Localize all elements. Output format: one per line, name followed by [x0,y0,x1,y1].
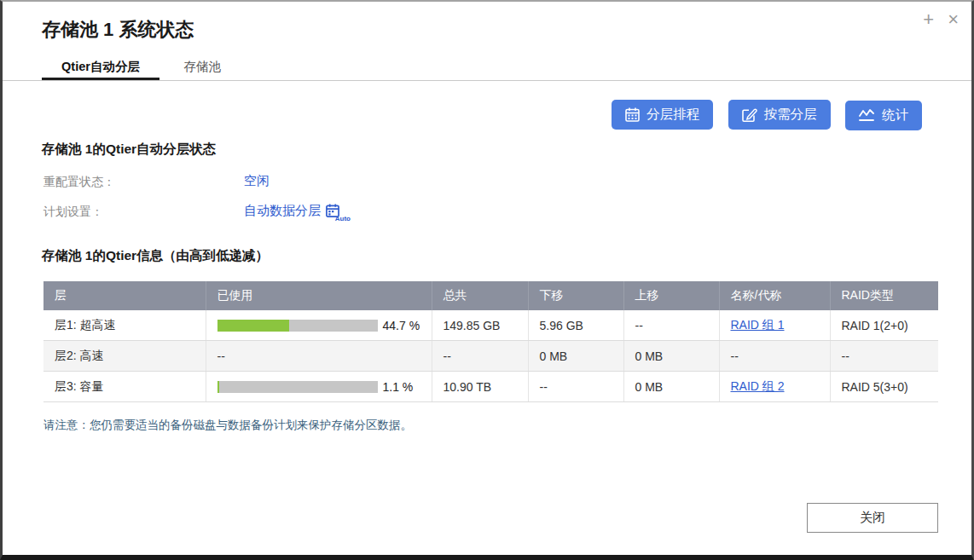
auto-schedule-calendar-icon[interactable]: Auto [326,204,339,220]
tiering-on-demand-label: 按需分层 [764,106,817,124]
cell-tier: 层2: 高速 [43,341,206,372]
col-name-alias: 名称/代称 [719,281,830,310]
cell-total: 149.85 GB [432,310,528,341]
schedule-setting-value: 自动数据分层 Auto [244,203,339,220]
cell-move-up: 0 MB [623,372,719,402]
title-bar: 存储池 1 系统状态 + × [3,2,971,53]
cell-used: 1.1 % [206,372,432,402]
maximize-icon[interactable]: + [919,9,938,31]
usage-bar [217,320,378,332]
usage-bar-fill [217,320,289,332]
qtier-info-section-title: 存储池 1的Qtier信息（由高到低递减） [42,247,269,265]
tab-bar: Qtier自动分层 存储池 [3,58,971,81]
cell-raid-type: -- [830,341,938,372]
cell-name-alias: -- [719,341,830,372]
backup-note: 请注意：您仍需要适当的备份磁盘与数据备份计划来保护存储分区数据。 [43,418,412,433]
usage-bar [217,381,378,393]
tiering-schedule-label: 分层排程 [646,106,699,124]
cell-name-alias: RAID 组 1 [719,310,830,341]
tiering-on-demand-button[interactable]: 按需分层 [728,100,831,130]
schedule-setting-label: 计划设置： [43,205,103,220]
calendar-icon [625,107,640,122]
chart-icon [859,108,875,122]
cell-move-down: 0 MB [528,341,623,372]
raid-group-link[interactable]: RAID 组 1 [731,318,785,332]
cell-used: -- [206,341,432,372]
close-icon[interactable]: × [943,9,963,31]
cell-raid-type: RAID 1(2+0) [830,310,938,341]
qtier-table-body: 层1: 超高速44.7 %149.85 GB5.96 GB--RAID 组 1R… [43,310,938,402]
cell-tier: 层1: 超高速 [43,310,206,341]
cell-total: 10.90 TB [432,372,528,402]
table-row: 层2: 高速----0 MB0 MB---- [43,341,938,372]
storage-pool-status-dialog: 存储池 1 系统状态 + × Qtier自动分层 存储池 分层排程 按需分层 统… [0,0,974,560]
col-raid-type: RAID类型 [830,281,938,310]
cell-name-alias: RAID 组 2 [719,372,830,402]
statistics-label: 统计 [882,107,908,124]
cell-total: -- [432,341,528,372]
cell-tier: 层3: 容量 [43,372,206,402]
edit-icon [742,107,757,122]
page-title: 存储池 1 系统状态 [42,17,194,43]
usage-percent-label: 1.1 % [383,380,414,394]
cell-move-down: 5.96 GB [528,310,623,341]
cell-move-down: -- [528,372,623,402]
tiering-schedule-button[interactable]: 分层排程 [612,100,713,130]
qtier-info-table: 层 已使用 总共 下移 上移 名称/代称 RAID类型 层1: 超高速44.7 … [43,281,938,402]
qtier-status-section-title: 存储池 1的Qtier自动分层状态 [42,141,216,159]
usage-percent-label: 44.7 % [383,319,420,332]
col-used: 已使用 [206,281,432,310]
cell-move-up: 0 MB [623,341,719,372]
col-move-down: 下移 [528,281,623,310]
tab-qtier-auto-tiering[interactable]: Qtier自动分层 [42,58,159,80]
col-move-up: 上移 [623,281,719,310]
cell-used: 44.7 % [206,310,432,341]
reconfig-status-label: 重配置状态： [43,175,115,190]
close-button[interactable]: 关闭 [807,503,938,533]
table-header-row: 层 已使用 总共 下移 上移 名称/代称 RAID类型 [43,281,938,310]
reconfig-status-value: 空闲 [244,173,270,189]
col-total: 总共 [432,281,528,310]
col-tier: 层 [43,281,206,310]
usage-bar-fill [217,381,219,393]
raid-group-link[interactable]: RAID 组 2 [731,379,785,393]
statistics-button[interactable]: 统计 [845,101,922,130]
tab-storage-pool[interactable]: 存储池 [163,58,241,80]
cell-raid-type: RAID 5(3+0) [830,372,938,402]
cell-move-up: -- [623,310,719,341]
table-row: 层1: 超高速44.7 %149.85 GB5.96 GB--RAID 组 1R… [43,310,938,341]
toolbar: 分层排程 按需分层 统计 [600,100,922,130]
table-row: 层3: 容量1.1 %10.90 TB--0 MBRAID 组 2RAID 5(… [43,372,938,402]
